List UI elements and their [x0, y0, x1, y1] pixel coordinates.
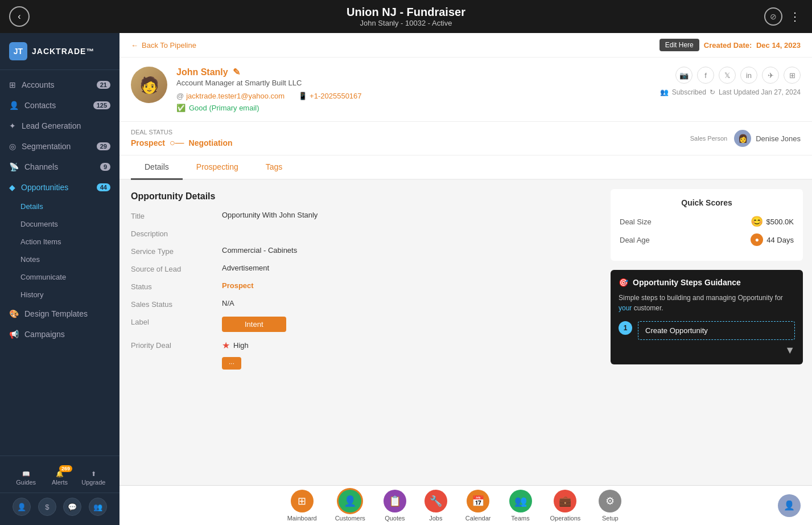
deal-status-label: Deal Status [131, 129, 233, 136]
contact-edit-icon[interactable]: ✎ [233, 67, 240, 77]
footer-dollar-icon[interactable]: $ [38, 498, 56, 516]
deal-status-flow: Prospect ○— Negotiation [131, 138, 233, 148]
sub-item-communicate[interactable]: Communicate [0, 268, 119, 286]
quick-scores-card: Quick Scores Deal Size 😊 $500.0K Deal Ag… [611, 189, 803, 261]
taskbar-jobs[interactable]: 🔧 Jobs [415, 485, 456, 526]
twitter-icon[interactable]: 𝕏 [719, 67, 736, 84]
status-prospect: Prospect [131, 138, 165, 147]
score-label-deal-size: Deal Size [620, 218, 652, 226]
sidebar: JT JACKTRADE™ ⊞ Accounts 21 👤 Contacts 1… [0, 33, 119, 525]
field-title: Title Opportunity With John Stanly [131, 211, 590, 220]
contact-name-row: John Stanly ✎ [176, 67, 660, 77]
guidance-step-1: 1 Create Opportunity [619, 321, 795, 340]
sidebar-item-contacts[interactable]: 👤 Contacts 125 [0, 95, 119, 116]
details-panel: Opportunity Details Title Opportunity Wi… [119, 180, 601, 485]
sidebar-item-design-templates[interactable]: 🎨 Design Templates [0, 303, 119, 324]
sidebar-item-opportunities[interactable]: ◆ Opportunities 44 [0, 177, 119, 198]
sub-item-details[interactable]: Details [0, 198, 119, 215]
back-pipeline-label: Back To Pipeline [142, 41, 196, 50]
last-updated: Last Updated Jan 27, 2024 [719, 88, 801, 96]
facebook-icon[interactable]: f [697, 67, 714, 84]
sidebar-item-channels[interactable]: 📡 Channels 9 [0, 157, 119, 177]
telegram-icon[interactable]: ✈ [762, 67, 779, 84]
sidebar-bottom: 📖 Guides 🔔 269 Alerts ⬆ Upgrade 👤 $ 💬 👥 [0, 456, 119, 525]
sales-person-name: Denise Jones [756, 134, 801, 143]
sidebar-item-label: Opportunities [21, 183, 68, 192]
back-button[interactable]: ‹ [9, 6, 30, 27]
linkedin-icon[interactable]: in [740, 67, 757, 84]
sub-item-notes[interactable]: Notes [0, 251, 119, 268]
contact-phone[interactable]: 📱 +1-2025550167 [298, 92, 361, 100]
tab-prospecting[interactable]: Prospecting [183, 155, 252, 180]
sidebar-item-lead-generation[interactable]: ✦ Lead Generation [0, 116, 119, 136]
footer-chat-icon[interactable]: 💬 [63, 498, 81, 516]
sidebar-logo: JT JACKTRADE™ [0, 33, 119, 70]
accounts-icon: ⊞ [9, 80, 16, 89]
phone-icon: 📱 [298, 92, 307, 100]
footer-people-icon[interactable]: 👥 [89, 498, 107, 516]
create-opportunity-step[interactable]: Create Opportunity [638, 321, 795, 340]
field-value-label: Intent [222, 317, 590, 332]
contact-email[interactable]: @ jacktrade.tester1@yahoo.com [176, 92, 285, 100]
footer-person-icon[interactable]: 👤 [13, 498, 31, 516]
scroll-down-arrow[interactable]: ▼ [619, 344, 795, 356]
field-value-title: Opportunity With John Stanly [222, 211, 590, 219]
sidebar-bottom-icons: 📖 Guides 🔔 269 Alerts ⬆ Upgrade [0, 463, 119, 493]
guides-label: Guides [16, 479, 36, 486]
user-avatar[interactable]: 👤 [778, 494, 801, 517]
setup-icon: ⚙ [599, 490, 621, 512]
back-to-pipeline-button[interactable]: ← Back To Pipeline [131, 41, 196, 50]
edit-here-tooltip[interactable]: Edit Here [660, 39, 699, 51]
sub-item-documents[interactable]: Documents [0, 215, 119, 233]
field-extra: ··· [131, 359, 590, 367]
instagram-icon[interactable]: 📷 [675, 67, 693, 84]
back-pipeline-icon: ← [131, 41, 138, 50]
upgrade-button[interactable]: ⬆ Upgrade [83, 467, 104, 488]
contact-info: John Stanly ✎ Account Manager at Smartly… [176, 67, 660, 112]
contacts-icon: 👤 [9, 101, 19, 110]
taskbar-quotes[interactable]: 📋 Quotes [374, 485, 415, 526]
grid-icon[interactable]: ⊞ [784, 67, 801, 84]
intent-badge[interactable]: Intent [222, 317, 286, 332]
guidance-icon: 🎯 [619, 278, 628, 287]
field-source-of-lead: Source of Lead Advertisement [131, 264, 590, 273]
sub-item-action-items[interactable]: Action Items [0, 233, 119, 251]
extra-badge: ··· [222, 357, 241, 370]
guidance-title: 🎯 Opportunity Steps Guidance [619, 278, 795, 287]
field-label-sales-status: Sales Status [131, 299, 222, 309]
status-check-icon: ✅ [176, 104, 186, 112]
email-icon: @ [176, 92, 184, 100]
header-right-icons: ⊘ ⋮ [764, 7, 801, 26]
taskbar-customers[interactable]: 👤 Customers [326, 485, 374, 526]
channels-badge: 9 [100, 163, 110, 171]
deal-status-left: Deal Status Prospect ○— Negotiation [131, 129, 233, 148]
refresh-icon: ↻ [710, 88, 715, 96]
taskbar-setup[interactable]: ⚙ Setup [590, 485, 630, 526]
tab-details[interactable]: Details [131, 155, 183, 180]
contact-name: John Stanly [176, 67, 228, 77]
sidebar-item-label: Contacts [24, 101, 56, 110]
alerts-label: Alerts [52, 479, 68, 486]
tab-tags[interactable]: Tags [252, 155, 296, 180]
subscribed-icon: 👥 [660, 88, 669, 96]
contacts-badge: 125 [93, 101, 110, 109]
sidebar-item-segmentation[interactable]: ◎ Segmentation 29 [0, 136, 119, 157]
field-description: Description [131, 228, 590, 238]
field-priority: Priority Deal ★ High [131, 340, 590, 351]
more-options-icon[interactable]: ⋮ [789, 10, 801, 23]
taskbar-calendar[interactable]: 📅 Calendar [456, 485, 500, 526]
sidebar-item-campaigns[interactable]: 📢 Campaigns [0, 324, 119, 344]
taskbar-mainboard[interactable]: ⊞ Mainboard [278, 485, 326, 526]
sub-item-history[interactable]: History [0, 286, 119, 303]
taskbar-operations[interactable]: 💼 Operations [541, 485, 590, 526]
deal-age-days: 44 Days [766, 236, 794, 244]
field-value-sales-status: N/A [222, 299, 590, 307]
status-negotiation: Negotiation [189, 138, 233, 147]
sidebar-item-accounts[interactable]: ⊞ Accounts 21 [0, 75, 119, 95]
compass-icon[interactable]: ⊘ [764, 7, 782, 26]
alerts-button[interactable]: 🔔 269 Alerts [50, 467, 70, 488]
taskbar-teams[interactable]: 👥 Teams [500, 485, 541, 526]
guides-button[interactable]: 📖 Guides [16, 467, 36, 488]
score-row-deal-size: Deal Size 😊 $500.0K [620, 215, 794, 228]
sidebar-item-label: Channels [24, 162, 58, 171]
